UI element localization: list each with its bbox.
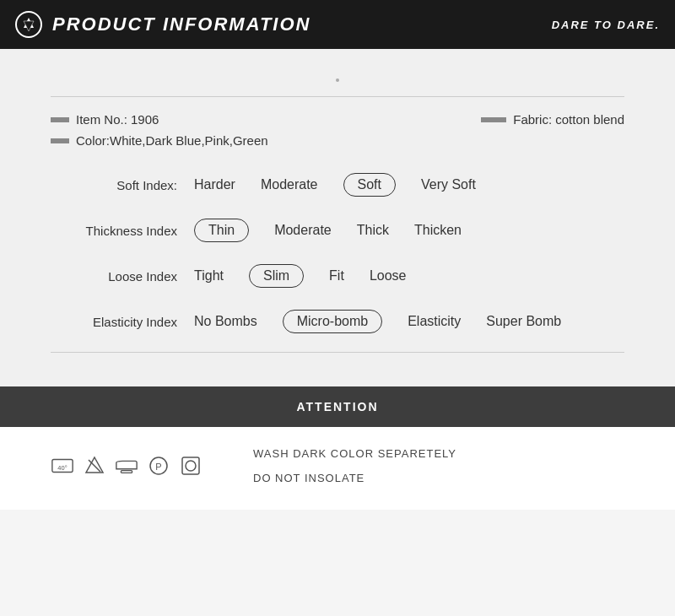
svg-text:P: P bbox=[155, 462, 161, 472]
elasticity-index-row: Elasticity Index No Bombs Micro-bomb Ela… bbox=[51, 303, 624, 340]
page-header: PRODUCT INFORMATION DARE TO DARE. bbox=[0, 0, 675, 49]
elasticity-option-super-bomb: Super Bomb bbox=[486, 314, 561, 329]
product-info-section: Item No.: 1906 Fabric: cotton blend Colo… bbox=[0, 49, 675, 386]
svg-text:40°: 40° bbox=[57, 464, 67, 472]
item-no-value: 1906 bbox=[131, 112, 159, 127]
dash-icon-1 bbox=[51, 117, 69, 122]
tumble-dry-icon bbox=[179, 454, 202, 478]
index-table: Soft Index: Harder Moderate Soft Very So… bbox=[51, 166, 624, 340]
color-label: Color: bbox=[76, 133, 110, 148]
loose-index-row: Loose Index Tight Slim Fit Loose bbox=[51, 257, 624, 294]
soft-option-soft: Soft bbox=[343, 173, 396, 197]
color-row: Color: White,Dark Blue,Pink,Green bbox=[51, 133, 624, 148]
iron-icon bbox=[115, 454, 138, 478]
loose-index-options: Tight Slim Fit Loose bbox=[194, 264, 624, 288]
thickness-option-thin: Thin bbox=[194, 219, 249, 242]
soft-option-moderate: Moderate bbox=[261, 177, 318, 192]
thickness-index-row: Thickness Index Thin Moderate Thick Thic… bbox=[51, 212, 624, 249]
item-no-label: Item No.: bbox=[76, 112, 127, 127]
soft-index-row: Soft Index: Harder Moderate Soft Very So… bbox=[51, 166, 624, 203]
loose-option-fit: Fit bbox=[329, 268, 344, 284]
attention-label: ATTENTION bbox=[296, 400, 378, 413]
dash-icon-color bbox=[51, 138, 69, 143]
care-icons-group: 40° P bbox=[51, 454, 202, 478]
thickness-option-thick: Thick bbox=[357, 223, 389, 238]
fabric-label: Fabric: bbox=[513, 112, 552, 127]
professional-clean-icon: P bbox=[147, 454, 170, 478]
header-left: PRODUCT INFORMATION bbox=[15, 11, 310, 38]
brand-tagline: DARE TO DARE. bbox=[552, 19, 660, 31]
thickness-index-options: Thin Moderate Thick Thicken bbox=[194, 219, 624, 242]
svg-rect-10 bbox=[182, 457, 199, 474]
loose-option-loose: Loose bbox=[370, 268, 407, 284]
no-bleach-icon bbox=[83, 454, 106, 478]
bottom-divider bbox=[51, 352, 624, 353]
soft-index-options: Harder Moderate Soft Very Soft bbox=[194, 173, 624, 197]
svg-rect-7 bbox=[121, 471, 132, 473]
thickness-option-moderate: Moderate bbox=[274, 223, 332, 238]
elasticity-option-no-bombs: No Bombs bbox=[194, 314, 257, 329]
care-instruction-1: WASH DARK COLOR SEPARETELY bbox=[253, 447, 456, 460]
fabric-value: cotton blend bbox=[555, 112, 624, 127]
elasticity-index-options: No Bombs Micro-bomb Elasticity Super Bom… bbox=[194, 310, 624, 333]
color-value: White,Dark Blue,Pink,Green bbox=[110, 133, 268, 148]
attention-bar: ATTENTION bbox=[0, 386, 675, 427]
loose-option-tight: Tight bbox=[194, 268, 224, 284]
top-divider bbox=[51, 96, 624, 97]
elasticity-index-label: Elasticity Index bbox=[51, 315, 194, 329]
care-section: 40° P bbox=[0, 427, 675, 510]
care-instruction-2: DO NOT INSOLATE bbox=[253, 472, 456, 484]
care-instructions: WASH DARK COLOR SEPARETELY DO NOT INSOLA… bbox=[253, 447, 456, 484]
item-no-row: Item No.: 1906 Fabric: cotton blend bbox=[51, 112, 624, 127]
dash-icon-fabric bbox=[481, 117, 506, 122]
dot-decoration bbox=[51, 62, 624, 89]
elasticity-option-micro-bomb: Micro-bomb bbox=[283, 310, 382, 333]
loose-index-label: Loose Index bbox=[51, 269, 194, 284]
soft-index-label: Soft Index: bbox=[51, 178, 194, 192]
wash-icon: 40° bbox=[51, 454, 74, 478]
loose-option-slim: Slim bbox=[249, 264, 304, 288]
dot-icon bbox=[336, 78, 339, 82]
page-title: PRODUCT INFORMATION bbox=[52, 14, 310, 35]
elasticity-option-elasticity: Elasticity bbox=[408, 314, 461, 329]
svg-point-11 bbox=[186, 461, 196, 471]
thickness-index-label: Thickness Index bbox=[51, 224, 194, 238]
soft-option-very-soft: Very Soft bbox=[421, 177, 476, 192]
brand-logo-icon bbox=[15, 11, 42, 38]
thickness-option-thicken: Thicken bbox=[414, 223, 462, 238]
soft-option-harder: Harder bbox=[194, 177, 235, 192]
